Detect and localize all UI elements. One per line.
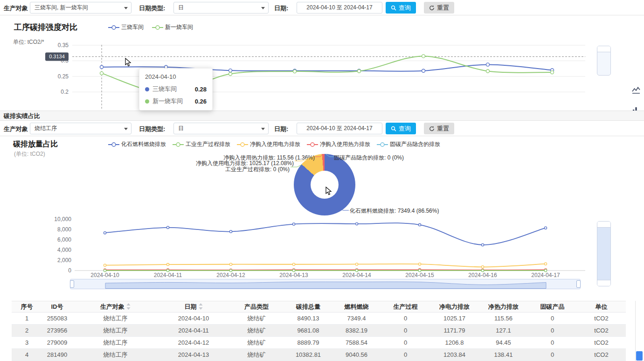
date-type-label: 日期类型:: [139, 125, 165, 133]
data-point[interactable]: [486, 69, 490, 73]
table-cell: 0: [381, 337, 430, 349]
data-point[interactable]: [422, 69, 425, 72]
column-header[interactable]: 日期: [159, 301, 229, 312]
date-type-select[interactable]: 日: [173, 123, 269, 134]
zoom-handle[interactable]: [597, 222, 610, 228]
data-point[interactable]: [229, 230, 232, 233]
data-point[interactable]: [422, 55, 425, 58]
data-point[interactable]: [166, 269, 169, 271]
data-point[interactable]: [229, 72, 232, 76]
chart2-vertical-zoom-slider[interactable]: [597, 221, 611, 286]
zoom-handle[interactable]: [597, 46, 610, 52]
data-point[interactable]: [104, 232, 106, 234]
data-point[interactable]: [100, 65, 104, 69]
data-point[interactable]: [229, 263, 232, 265]
legend-label: 净购入使用电力排放: [250, 140, 300, 148]
data-point[interactable]: [358, 69, 361, 73]
data-point[interactable]: [481, 266, 484, 268]
legend-marker-icon: [108, 25, 119, 30]
date-label: 日期:: [274, 125, 288, 133]
data-point[interactable]: [229, 269, 232, 271]
data-point[interactable]: [166, 226, 169, 229]
sort-icon[interactable]: [199, 303, 203, 310]
data-point[interactable]: [292, 263, 295, 265]
table-cell: 9681.08: [284, 325, 332, 337]
table-cell: 7588.54: [332, 337, 381, 349]
table-cell: 1: [12, 312, 42, 325]
table-cell: 3: [12, 337, 42, 349]
data-point[interactable]: [551, 71, 554, 74]
production-object-select[interactable]: 三烧车间, 新一烧车间: [30, 2, 132, 14]
query-button[interactable]: 查询: [386, 2, 416, 14]
zoom-handle-left[interactable]: [70, 280, 74, 288]
section-divider: 碳排实绩占比: [0, 111, 644, 121]
data-point[interactable]: [544, 269, 547, 271]
data-point[interactable]: [355, 269, 358, 271]
x-tick-label: 2024-04-13: [279, 272, 308, 278]
data-point[interactable]: [481, 243, 484, 246]
data-point[interactable]: [486, 63, 490, 66]
table-cell: 281490: [42, 349, 72, 361]
data-point[interactable]: [292, 223, 295, 225]
query-button[interactable]: 查询: [386, 123, 416, 134]
data-point[interactable]: [418, 269, 421, 271]
data-point[interactable]: [418, 263, 421, 265]
date-label: 日期:: [274, 4, 288, 13]
legend-item[interactable]: 净购入使用电力排放: [237, 140, 300, 148]
y-tick-label: 0.2: [61, 89, 69, 95]
reset-button[interactable]: 重置: [424, 123, 454, 134]
data-point[interactable]: [229, 69, 232, 72]
data-point[interactable]: [100, 72, 104, 75]
column-header[interactable]: 生产对象: [72, 301, 159, 312]
date-range-input[interactable]: [297, 123, 382, 134]
table-cell: 115.56: [479, 312, 528, 325]
column-header: ID号: [42, 301, 72, 312]
zoom-handle[interactable]: [597, 280, 610, 286]
table-header-row: 序号ID号生产对象日期产品类型碳排总量燃料燃烧生产过程净电力排放净热力排放固碳产…: [12, 301, 626, 312]
data-point[interactable]: [544, 227, 547, 229]
data-point[interactable]: [166, 264, 169, 266]
production-object-select[interactable]: 烧结工序: [30, 123, 132, 134]
legend-item[interactable]: 工业生产过程排放: [173, 140, 230, 148]
series-dot-icon: [145, 87, 149, 91]
table-cell: 94.45: [479, 337, 528, 349]
data-point[interactable]: [355, 222, 358, 225]
zoom-silhouette-path: [105, 282, 546, 288]
results-table: 序号ID号生产对象日期产品类型碳排总量燃料燃烧生产过程净电力排放净热力排放固碳产…: [12, 301, 626, 361]
toggle-line-chart-button[interactable]: [632, 86, 640, 94]
data-point[interactable]: [544, 263, 547, 265]
table-scrollbar-thumb[interactable]: [636, 351, 643, 361]
legend-item[interactable]: 三烧车间: [108, 23, 144, 31]
table-cell: 2024-04-11: [159, 325, 229, 337]
date-type-select[interactable]: 日: [173, 2, 269, 14]
legend-item[interactable]: 固碳产品隐含的排放: [377, 140, 440, 148]
legend-item[interactable]: 化石燃料燃烧排放: [108, 140, 166, 148]
legend-item[interactable]: 新一烧车间: [152, 23, 193, 31]
data-point[interactable]: [355, 263, 358, 265]
legend-label: 三烧车间: [121, 23, 144, 31]
chart1-vertical-zoom-slider[interactable]: [597, 46, 611, 76]
data-point[interactable]: [481, 269, 484, 271]
date-range-input[interactable]: [297, 2, 382, 14]
table-row: 2273956烧结工序2024-04-11烧结矿9681.088382.1901…: [12, 325, 626, 337]
intensity-line-chart[interactable]: 0.20.250.30.350.3134: [44, 43, 592, 111]
sort-icon[interactable]: [126, 303, 131, 310]
horizontal-zoom-slider[interactable]: [70, 279, 581, 289]
reset-button[interactable]: 重置: [424, 2, 454, 14]
emission-line-chart[interactable]: 02,0004,0006,0008,00010,0002024-04-10202…: [44, 215, 592, 278]
table-scrollbar-track[interactable]: [635, 301, 636, 361]
x-tick-label: 2024-04-10: [90, 272, 119, 278]
zoom-handle-right[interactable]: [576, 280, 581, 288]
data-point[interactable]: [104, 269, 106, 271]
column-header: 碳排总量: [284, 301, 332, 312]
data-point[interactable]: [104, 264, 106, 266]
legend-item[interactable]: 净购入使用热力排放: [307, 140, 370, 148]
data-point[interactable]: [293, 70, 297, 73]
search-icon: [391, 5, 396, 11]
tooltip-date: 2024-04-10: [145, 73, 207, 80]
data-point[interactable]: [292, 269, 295, 271]
data-point[interactable]: [418, 224, 421, 226]
column-header: 固碳产品: [528, 301, 577, 312]
chevron-down-icon: [124, 7, 128, 9]
table-cell: 2024-04-13: [159, 349, 229, 361]
